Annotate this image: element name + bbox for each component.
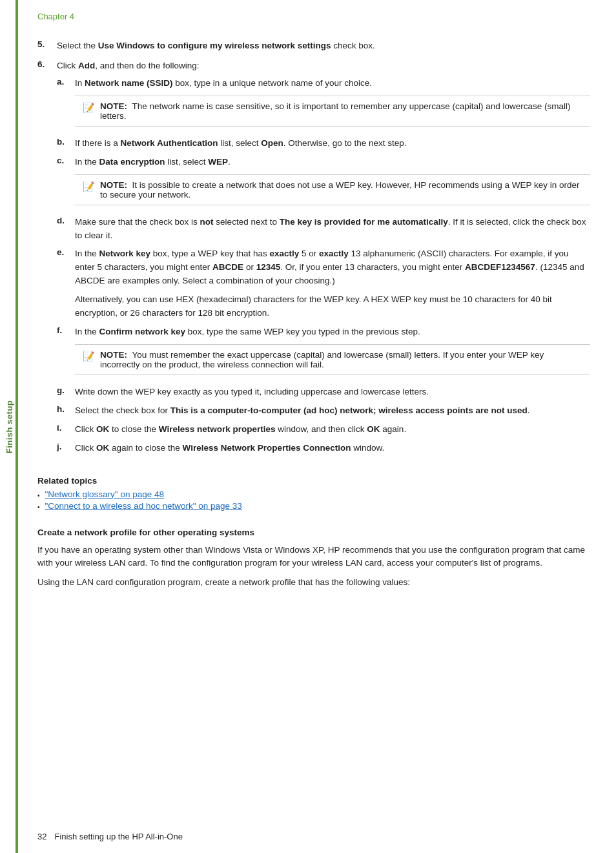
step-5-number: 5. (37, 39, 57, 49)
related-topics-title: Related topics (37, 476, 590, 486)
substep-b-content: If there is a Network Authentication lis… (75, 137, 590, 150)
substep-h-content: Select the check box for This is a compu… (75, 404, 590, 418)
create-section-heading: Create a network profile for other opera… (37, 528, 590, 537)
page-footer: 32 Finish setting up the HP All-in-One (37, 832, 590, 841)
related-link-1-text[interactable]: "Network glossary" on page 48 (45, 489, 164, 499)
substep-i-letter: i. (57, 423, 75, 433)
footer-text: Finish setting up the HP All-in-One (54, 832, 182, 841)
related-link-1: • "Network glossary" on page 48 (37, 489, 590, 499)
create-para-2: Using the LAN card configuration program… (37, 576, 590, 589)
create-para-1: If you have an operating system other th… (37, 544, 590, 570)
substep-c-letter: c. (57, 156, 75, 165)
sidebar-label: Finish setup (5, 400, 14, 453)
substep-g: g. Write down the WEP key exactly as you… (57, 385, 590, 399)
substep-list: a. In Network name (SSID) box, type in a… (57, 77, 590, 455)
substep-j: j. Click OK again to close the Wireless … (57, 442, 590, 455)
bullet-dot-1: • (37, 492, 40, 499)
substep-j-content: Click OK again to close the Wireless Net… (75, 442, 590, 455)
substep-h-letter: h. (57, 404, 75, 414)
substep-c-content: In the Data encryption list, select WEP.… (75, 156, 590, 211)
substep-d-content: Make sure that the check box is not sele… (75, 216, 590, 243)
note-a-icon: 📝 (83, 102, 95, 114)
step-6: 6. Click Add, and then do the following:… (37, 59, 590, 460)
step-5-content: Select the Use Windows to configure my w… (57, 39, 590, 53)
step-5: 5. Select the Use Windows to configure m… (37, 39, 590, 53)
substep-c: c. In the Data encryption list, select W… (57, 156, 590, 211)
substep-f-letter: f. (57, 325, 75, 335)
related-link-2: • "Connect to a wireless ad hoc network"… (37, 501, 590, 511)
note-c-body: NOTE: It is possible to create a network… (100, 180, 582, 200)
note-f-icon: 📝 (83, 351, 95, 362)
substep-d-letter: d. (57, 216, 75, 225)
substep-j-letter: j. (57, 442, 75, 451)
note-c: 📝 NOTE: It is possible to create a netwo… (75, 174, 590, 205)
substep-i-content: Click OK to close the Wireless network p… (75, 423, 590, 437)
substep-e-content: In the Network key box, type a WEP key t… (75, 247, 590, 320)
substep-b: b. If there is a Network Authentication … (57, 137, 590, 150)
page-number: 32 (37, 832, 46, 841)
substep-b-letter: b. (57, 137, 75, 147)
note-f-body: NOTE: You must remember the exact upperc… (100, 350, 582, 369)
substep-f-content: In the Confirm network key box, type the… (75, 325, 590, 380)
substep-d: d. Make sure that the check box is not s… (57, 216, 590, 243)
chapter-header: Chapter 4 (37, 12, 590, 21)
related-link-2-text[interactable]: "Connect to a wireless ad hoc network" o… (45, 501, 242, 511)
substep-a-letter: a. (57, 77, 75, 87)
step-6-number: 6. (37, 59, 57, 69)
substep-a: a. In Network name (SSID) box, type in a… (57, 77, 590, 132)
substep-g-content: Write down the WEP key exactly as you ty… (75, 385, 590, 399)
note-a-body: NOTE: The network name is case sensitive… (100, 101, 582, 121)
note-a: 📝 NOTE: The network name is case sensiti… (75, 96, 590, 127)
note-c-icon: 📝 (83, 181, 95, 192)
main-content: Chapter 4 5. Select the Use Windows to c… (18, 0, 616, 853)
substep-i: i. Click OK to close the Wireless networ… (57, 423, 590, 437)
related-topics-list: • "Network glossary" on page 48 • "Conne… (37, 489, 590, 511)
substep-a-content: In Network name (SSID) box, type in a un… (75, 77, 590, 132)
step-6-content: Click Add, and then do the following: a.… (57, 59, 590, 460)
substep-e: e. In the Network key box, type a WEP ke… (57, 247, 590, 320)
bullet-dot-2: • (37, 504, 40, 511)
page-wrapper: Finish setup Chapter 4 5. Select the Use… (0, 0, 616, 853)
sidebar: Finish setup (0, 0, 18, 853)
related-topics: Related topics • "Network glossary" on p… (37, 476, 590, 511)
substep-h: h. Select the check box for This is a co… (57, 404, 590, 418)
note-f: 📝 NOTE: You must remember the exact uppe… (75, 344, 590, 375)
substep-e-letter: e. (57, 247, 75, 257)
substep-f: f. In the Confirm network key box, type … (57, 325, 590, 380)
substep-g-letter: g. (57, 385, 75, 395)
